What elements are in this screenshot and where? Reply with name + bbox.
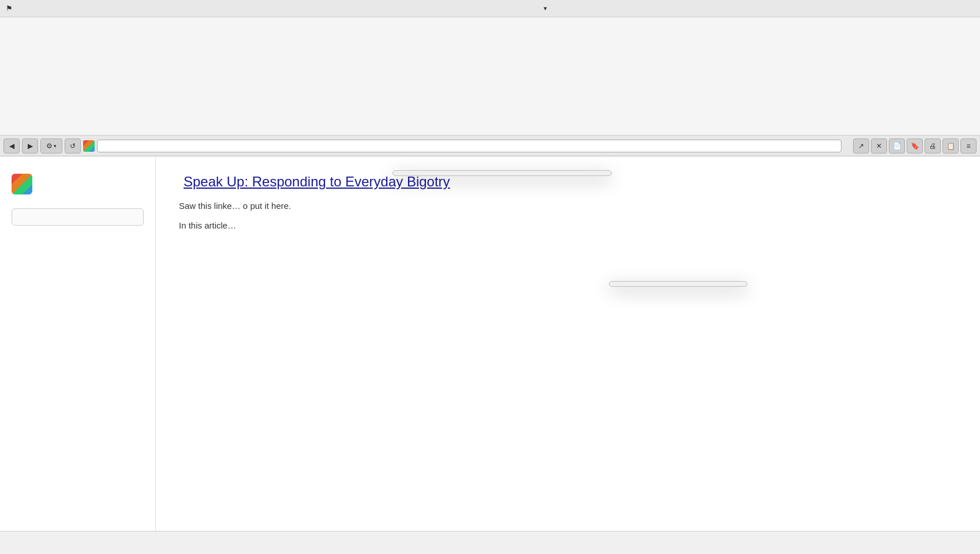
flag-col-header: ⚑ (6, 4, 23, 13)
submenu (609, 281, 747, 287)
toolbar: ◀ ▶ ⚙ ▾ ↺ ↗ ✕ 📄 🔖 🖨 📋 ≡ (0, 136, 980, 156)
article-body: Saw this linke… o put it here. In this a… (179, 199, 957, 233)
logo-icon (12, 174, 32, 194)
toolbar-right-buttons: ↗ ✕ 📄 🔖 🖨 📋 ≡ (853, 138, 977, 154)
refresh-btn[interactable]: ↺ (65, 138, 81, 154)
article-body-text: Saw this linke… o put it here. (179, 199, 957, 213)
flag-icon: ⚑ (6, 4, 13, 13)
back-nav-btn[interactable]: ◀ (3, 138, 20, 154)
gear-chevron: ▾ (54, 143, 57, 149)
article-in-article: In this article… (179, 219, 957, 233)
doc-btn[interactable]: 📄 (889, 138, 905, 154)
view-btn[interactable]: 📋 (942, 138, 959, 154)
main-content: Speak Up: Responding to Everyday Bigotry… (156, 156, 980, 531)
sidebar (0, 156, 156, 531)
app-icon (83, 140, 95, 152)
context-menu (392, 170, 612, 176)
slash-btn[interactable]: ✕ (871, 138, 887, 154)
print-btn[interactable]: 🖨 (925, 138, 941, 154)
sidebar-logo (12, 174, 144, 194)
expand-btn[interactable]: ≡ (960, 138, 977, 154)
gear-icon: ⚙ (46, 142, 53, 150)
sort-arrow-icon: ▾ (544, 5, 547, 12)
search-input[interactable] (12, 208, 144, 226)
url-bar[interactable] (97, 140, 841, 152)
bottom-bar (0, 531, 980, 554)
content-area: Speak Up: Responding to Everyday Bigotry… (0, 156, 980, 531)
share-btn[interactable]: ↗ (853, 138, 869, 154)
forward-nav-btn[interactable]: ▶ (22, 138, 38, 154)
modified-col-header: ▾ (541, 5, 657, 12)
gear-btn[interactable]: ⚙ ▾ (40, 138, 62, 154)
file-list-area: ⚑ ▾ (0, 0, 980, 136)
file-list-header: ⚑ ▾ (0, 0, 980, 17)
article-title[interactable]: Speak Up: Responding to Everyday Bigotry (184, 174, 450, 189)
bookmark-btn[interactable]: 🔖 (907, 138, 923, 154)
article-header: Speak Up: Responding to Everyday Bigotry (179, 174, 957, 190)
